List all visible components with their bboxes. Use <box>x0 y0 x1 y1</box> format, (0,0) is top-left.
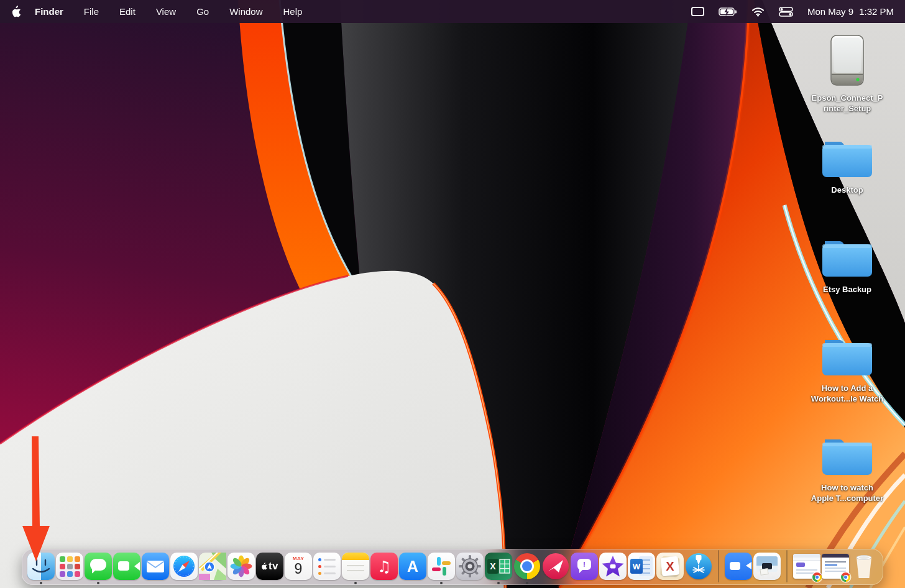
notes-icon <box>342 553 369 580</box>
speech-bubble-exclamation-icon: ! <box>571 553 598 580</box>
dock-item-trash[interactable] <box>850 553 878 580</box>
messages-icon <box>85 553 112 580</box>
desktop-icon-apple-tv-folder[interactable]: How to watchApple T...computer <box>797 437 897 503</box>
dock-item-apple-tv[interactable]: tv <box>256 553 283 580</box>
clock-date: Mon May 9 <box>807 6 853 17</box>
desktop-icon-label: How to Add aWorkout...le Watch <box>797 383 897 404</box>
reminders-icon <box>313 553 341 580</box>
desktop-icon-etsy-backup-folder[interactable]: Etsy Backup <box>797 239 897 295</box>
word-w-glyph: W <box>630 559 643 574</box>
dock-item-feedback-assistant[interactable]: ! <box>571 553 598 580</box>
dock-item-notes[interactable] <box>342 553 369 580</box>
battery-charging-icon[interactable] <box>719 7 737 16</box>
facetime-icon <box>113 553 140 580</box>
word-icon: W <box>628 553 655 580</box>
chrome-icon <box>514 553 540 579</box>
dock: tv MAY 9 A <box>22 549 883 585</box>
dock-item-system-preferences[interactable] <box>456 553 484 580</box>
folder-icon <box>797 338 897 377</box>
menu-window[interactable]: Window <box>229 6 262 17</box>
menu-bar: FinderFileEditViewGoWindowHelp <box>0 0 905 23</box>
chrome-badge-icon <box>841 572 850 582</box>
display-mirroring-icon[interactable] <box>691 7 704 17</box>
dock-item-minimized-chrome-window-2[interactable] <box>822 553 849 580</box>
folder-icon <box>797 437 897 477</box>
dock-item-word[interactable]: W <box>628 553 655 580</box>
dock-item-imovie[interactable] <box>599 553 627 580</box>
dock-item-chrome[interactable] <box>513 553 541 580</box>
dock-item-image-capture[interactable] <box>753 553 781 580</box>
dock-item-lightburn[interactable] <box>685 553 712 580</box>
camera-photo-app-icon <box>753 553 781 580</box>
menu-finder[interactable]: Finder <box>35 6 63 17</box>
clock-time: 1:32 PM <box>859 6 894 17</box>
macos-desktop: FinderFileEditViewGoWindowHelp <box>0 0 905 588</box>
menu-view[interactable]: View <box>156 6 176 17</box>
calendar-icon: MAY 9 <box>285 553 312 580</box>
dock-item-mail[interactable] <box>142 553 169 580</box>
dock-item-zoom[interactable] <box>725 553 752 580</box>
folder-icon <box>797 239 897 278</box>
desktop-icon-label: How to watchApple T...computer <box>797 482 897 503</box>
excel-x-glyph: X <box>487 559 498 574</box>
dock-divider <box>718 550 719 582</box>
dock-item-facetime[interactable] <box>113 553 140 580</box>
menu-items: FinderFileEditViewGoWindowHelp <box>35 6 302 17</box>
trash-icon <box>850 553 878 580</box>
menu-edit[interactable]: Edit <box>119 6 136 17</box>
dock-item-slack[interactable] <box>428 553 455 580</box>
launchpad-icon <box>56 553 83 580</box>
dock-item-launchpad[interactable] <box>56 553 83 580</box>
menu-help[interactable]: Help <box>283 6 303 17</box>
dock-item-photos[interactable] <box>227 553 255 580</box>
chrome-badge-icon <box>812 572 822 582</box>
folder-icon <box>797 139 897 179</box>
desktop-icon-epson-drive[interactable]: Epson_Connect_Printer_Setup <box>797 34 897 114</box>
external-drive-icon <box>797 34 897 87</box>
dock-item-maps[interactable] <box>199 553 226 580</box>
app-store-icon: A <box>399 553 426 580</box>
desktop-icon-label: Desktop <box>797 185 897 195</box>
desktop-icon-desktop-folder[interactable]: Desktop <box>797 139 897 195</box>
dock-item-skitch[interactable] <box>542 553 569 580</box>
wallpaper <box>0 0 905 588</box>
zoom-camera-icon <box>725 553 752 580</box>
x-cards-icon: X <box>656 553 684 580</box>
desktop-icon-label: Etsy Backup <box>797 284 897 295</box>
music-icon <box>370 553 398 580</box>
dock-item-finder[interactable] <box>27 553 55 580</box>
menu-file[interactable]: File <box>84 6 99 17</box>
dock-item-minimized-chrome-window-1[interactable] <box>793 553 820 580</box>
control-center-icon[interactable] <box>779 7 793 17</box>
dock-item-safari[interactable] <box>170 553 198 580</box>
desktop-icon-workout-folder[interactable]: How to Add aWorkout...le Watch <box>797 338 897 404</box>
apple-tv-icon: tv <box>256 553 283 580</box>
excel-icon: X <box>485 553 512 580</box>
dock-item-reminders[interactable] <box>313 553 341 580</box>
dock-item-app-store[interactable]: A <box>399 553 426 580</box>
apple-menu-icon[interactable] <box>11 6 21 17</box>
dock-item-messages[interactable] <box>85 553 112 580</box>
dock-item-xtool[interactable]: X <box>656 553 684 580</box>
dock-item-music[interactable] <box>370 553 398 580</box>
desktop-icon-label: Epson_Connect_Printer_Setup <box>797 93 897 114</box>
menu-go[interactable]: Go <box>196 6 209 17</box>
wifi-icon[interactable] <box>751 7 765 17</box>
dock-item-calendar[interactable]: MAY 9 <box>285 553 312 580</box>
dock-divider <box>786 550 788 582</box>
menu-status-area: Mon May 9 1:32 PM <box>691 6 894 17</box>
menu-clock[interactable]: Mon May 9 1:32 PM <box>807 6 894 17</box>
dock-item-excel[interactable]: X <box>485 553 512 580</box>
